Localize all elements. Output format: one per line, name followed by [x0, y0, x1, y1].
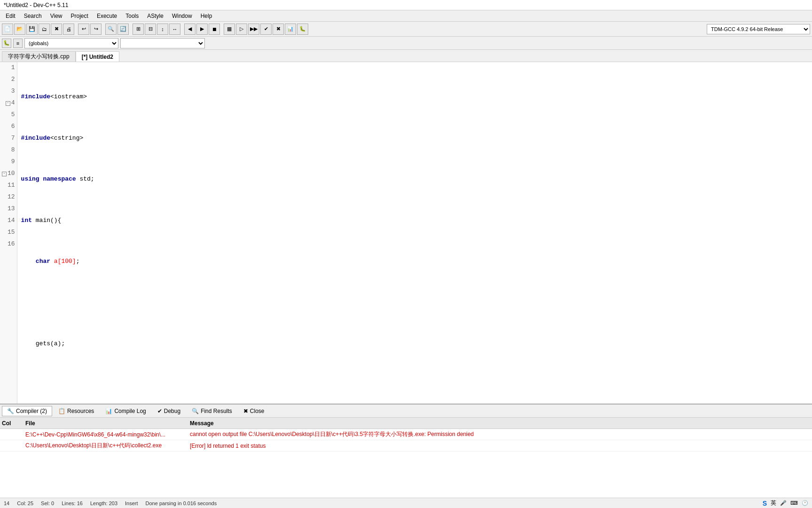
system-tray: S 英 🎤 ⌨ 🕐 [759, 498, 812, 508]
menu-astyle[interactable]: AStyle [143, 12, 167, 20]
save-button[interactable]: 💾 [26, 24, 38, 35]
line-num-11: 11 [2, 180, 15, 191]
menu-edit[interactable]: Edit [2, 12, 19, 20]
run-btn[interactable]: ▷ [236, 24, 247, 35]
table-row[interactable]: C:\Users\Lenovo\Desktop\日日新\c++代码\collec… [0, 440, 812, 452]
line-num-16: 16 [2, 238, 15, 250]
function-select[interactable] [120, 38, 205, 48]
resources-icon: 📋 [58, 408, 65, 414]
code-line-6 [21, 297, 808, 309]
close-button[interactable]: ✖ [51, 24, 62, 35]
tab-find-results[interactable]: 🔍 Find Results [187, 406, 237, 416]
debug-toggle[interactable]: 🐛 [2, 39, 11, 48]
fold-icon-10[interactable]: - [2, 172, 7, 176]
replace-button[interactable]: 🔄 [117, 24, 129, 35]
status-bar: 14 Col: 25 Sel: 0 Lines: 16 Length: 203 … [0, 498, 812, 508]
tab-compiler[interactable]: 🔧 Compiler (2) [2, 406, 52, 416]
menu-help[interactable]: Help [197, 12, 216, 20]
save-all-button[interactable]: 🗂 [39, 24, 50, 35]
line-num-10: - 10 [2, 168, 15, 180]
menu-window[interactable]: Window [168, 12, 196, 20]
code-line-8 [21, 379, 808, 391]
row1-message: cannot open output file C:\Users\Lenovo\… [190, 430, 810, 438]
undo-button[interactable]: ↩ [78, 24, 89, 35]
line-num-6: 6 [2, 121, 15, 133]
menu-execute[interactable]: Execute [93, 12, 121, 20]
indent-button[interactable]: ⊞ [133, 24, 144, 35]
new-button[interactable]: 📄 [2, 24, 13, 35]
col-header: Col [2, 420, 25, 427]
globals-select[interactable]: (globals) [24, 38, 118, 48]
next-button[interactable]: ▶ [196, 24, 208, 35]
code-editor[interactable]: #include<iostream> #include<cstring> usi… [17, 62, 812, 404]
line-num-15: 15 [2, 227, 15, 238]
line-num-4: - 4 [2, 97, 15, 109]
message-header: Message [190, 420, 810, 427]
code-line-5: char a[100]; [21, 256, 808, 268]
debug-btn[interactable]: 🐛 [297, 24, 308, 35]
compiler-select[interactable]: TDM-GCC 4.9.2 64-bit Release [707, 24, 810, 34]
code-line-1: #include<iostream> [21, 91, 808, 103]
line-num-2: 2 [2, 74, 15, 86]
debug-icon: ✔ [157, 408, 162, 414]
status-lines: Lines: 16 [62, 500, 83, 506]
line-num-8: 8 [2, 144, 15, 156]
unindent-button[interactable]: ⊟ [145, 24, 156, 35]
menu-search[interactable]: Search [20, 12, 46, 20]
line-num-1: 1 [2, 62, 15, 74]
toggle2-button[interactable]: ↔ [169, 24, 180, 35]
toggle-button[interactable]: ↕ [157, 24, 168, 35]
menu-view[interactable]: View [47, 12, 66, 20]
code-line-7: gets(a); [21, 338, 808, 350]
open-button[interactable]: 📂 [14, 24, 25, 35]
line-num-5: 5 [2, 109, 15, 121]
find-button[interactable]: 🔍 [105, 24, 117, 35]
tab-resources[interactable]: 📋 Resources [53, 406, 99, 416]
prev-button[interactable]: ◀ [184, 24, 195, 35]
code-line-3: using namespace std; [21, 174, 808, 185]
fold-icon-4[interactable]: - [6, 101, 10, 106]
print-button[interactable]: 🖨 [63, 24, 74, 35]
error-table: Col File Message E:\C++\Dev-Cpp\MinGW64\… [0, 418, 812, 498]
code-line-4: int main(){ [21, 215, 808, 227]
bottom-tabs: 🔧 Compiler (2) 📋 Resources 📊 Compile Log… [0, 405, 812, 418]
line-num-13: 13 [2, 203, 15, 215]
line-num-9: 9 [2, 156, 15, 168]
code-line-2: #include<cstring> [21, 133, 808, 144]
compiler-icon: 🔧 [7, 408, 14, 414]
menu-project[interactable]: Project [67, 12, 92, 20]
sogou-icon: S [763, 500, 767, 507]
compile-run-btn[interactable]: ▶▶ [248, 24, 259, 35]
bottom-panel: 🔧 Compiler (2) 📋 Resources 📊 Compile Log… [0, 404, 812, 498]
tab-debug[interactable]: ✔ Debug [152, 406, 186, 416]
close-icon: ✖ [243, 408, 248, 414]
table-row[interactable]: E:\C++\Dev-Cpp\MinGW64\x86_64-w64-mingw3… [0, 429, 812, 440]
table-header: Col File Message [0, 418, 812, 429]
chart-btn[interactable]: 📊 [285, 24, 296, 35]
tab-file1[interactable]: 字符字母大小写转换.cpp [2, 51, 76, 62]
status-length: Length: 203 [90, 500, 117, 506]
status-message: Done parsing in 0.016 seconds [146, 500, 217, 506]
class-toggle[interactable]: ≡ [13, 39, 23, 48]
clock-icon: 🕐 [802, 500, 808, 506]
compile-log-icon: 📊 [105, 408, 112, 414]
status-mode: Insert [125, 500, 138, 506]
title-bar: *Untitled2 - Dev-C++ 5.11 [0, 0, 812, 10]
tab-file2[interactable]: [*] Untitled2 [76, 51, 119, 62]
line-numbers: 1 2 3 - 4 5 6 7 8 9 - 10 11 12 13 14 15 … [0, 62, 17, 404]
keyboard-icon: ⌨ [790, 500, 798, 506]
tab-close[interactable]: ✖ Close [238, 406, 270, 416]
compile-btn[interactable]: ▦ [224, 24, 235, 35]
row2-file: C:\Users\Lenovo\Desktop\日日新\c++代码\collec… [25, 442, 190, 450]
check-btn[interactable]: ✔ [260, 24, 272, 35]
menu-tools[interactable]: Tools [122, 12, 142, 20]
code-area: 1 2 3 - 4 5 6 7 8 9 - 10 11 12 13 14 15 … [0, 62, 812, 404]
lang-indicator[interactable]: 英 [771, 499, 776, 507]
tab-compile-log[interactable]: 📊 Compile Log [100, 406, 151, 416]
cancel-btn[interactable]: ✖ [273, 24, 284, 35]
find-icon: 🔍 [192, 408, 199, 414]
stop-button[interactable]: ⏹ [209, 24, 220, 35]
redo-button[interactable]: ↪ [90, 24, 102, 35]
file-header: File [25, 420, 190, 427]
status-line: 14 [4, 500, 9, 506]
